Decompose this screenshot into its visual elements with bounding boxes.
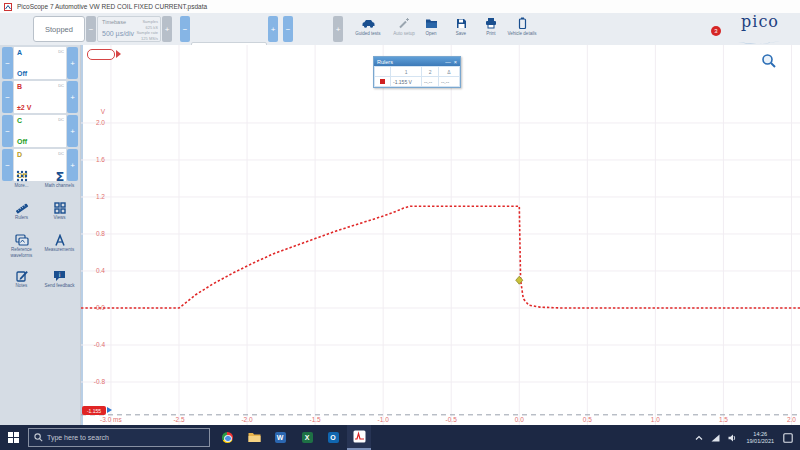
svg-text:-1.0: -1.0 bbox=[378, 416, 390, 423]
notes-icon bbox=[3, 269, 40, 283]
sample-rate-value: 125 MS/s bbox=[131, 36, 158, 42]
taskbar-excel-button[interactable]: X bbox=[296, 425, 318, 450]
open-button[interactable]: Open bbox=[418, 15, 444, 43]
reference-waveforms-icon bbox=[3, 233, 40, 247]
file-explorer-icon bbox=[248, 432, 261, 443]
printer-icon bbox=[485, 15, 497, 29]
channel-c-minus-button[interactable]: − bbox=[2, 115, 13, 147]
more-button[interactable]: More... bbox=[3, 169, 40, 189]
waveform-minus-button[interactable]: − bbox=[283, 16, 293, 42]
timebase-value: 500 µs/div bbox=[102, 30, 134, 37]
network-icon[interactable] bbox=[711, 434, 720, 442]
save-icon bbox=[456, 15, 467, 29]
excel-icon: X bbox=[302, 432, 313, 443]
save-button[interactable]: Save bbox=[448, 15, 474, 43]
print-button[interactable]: Print bbox=[478, 15, 504, 43]
svg-text:-0.5: -0.5 bbox=[446, 416, 458, 423]
channel-b-card[interactable]: − B ±2 V DC + bbox=[2, 81, 78, 113]
ruler-col-delta: Δ bbox=[439, 67, 460, 77]
system-tray: 14:26 19/01/2021 bbox=[691, 425, 800, 450]
timebase-plus-button[interactable]: + bbox=[162, 16, 172, 42]
clock-date: 19/01/2021 bbox=[746, 438, 774, 445]
ruler-icon bbox=[3, 201, 40, 215]
clock-time: 14:26 bbox=[746, 431, 774, 438]
notes-button[interactable]: Notes bbox=[3, 269, 40, 289]
car-icon bbox=[361, 15, 376, 29]
channel-a-plus-button[interactable]: + bbox=[67, 47, 78, 79]
channel-b-coupling: DC bbox=[58, 83, 64, 88]
action-center-button[interactable] bbox=[783, 433, 793, 443]
channel-b-minus-button[interactable]: − bbox=[2, 81, 13, 113]
notification-badge[interactable]: 3 bbox=[711, 26, 721, 36]
measurements-button[interactable]: Measurements bbox=[41, 233, 78, 253]
svg-text:V: V bbox=[101, 108, 106, 115]
waveform-chart[interactable]: -3.0 ms-2.5-2.0-1.5-1.0-0.50.00.51.01.52… bbox=[81, 45, 800, 425]
channel-b-status: ±2 V bbox=[17, 104, 31, 111]
ruler-drag-handle[interactable] bbox=[107, 407, 112, 413]
ruler-value-tag[interactable]: -1.155 bbox=[82, 406, 106, 415]
svg-text:0.0: 0.0 bbox=[515, 416, 524, 423]
rulers-popup-header[interactable]: Rulers — × bbox=[374, 57, 460, 66]
views-button[interactable]: Views bbox=[41, 201, 78, 221]
channel-b-axis-tag[interactable] bbox=[87, 49, 115, 60]
vehicle-details-icon bbox=[518, 15, 527, 29]
channel-d-coupling: DC bbox=[58, 151, 64, 156]
svg-text:0.4: 0.4 bbox=[96, 267, 105, 274]
svg-text:-1.5: -1.5 bbox=[310, 416, 322, 423]
timebase-minus-button[interactable]: − bbox=[86, 16, 96, 42]
channel-c-plus-button[interactable]: + bbox=[67, 115, 78, 147]
trigger-minus-button[interactable]: − bbox=[180, 16, 190, 42]
svg-text:1.2: 1.2 bbox=[96, 193, 105, 200]
svg-text:-3.0 ms: -3.0 ms bbox=[100, 416, 122, 423]
svg-text:1.5: 1.5 bbox=[719, 416, 728, 423]
trigger-plus-button[interactable]: + bbox=[268, 16, 278, 42]
volume-icon[interactable] bbox=[728, 434, 737, 442]
taskbar-explorer-button[interactable] bbox=[243, 425, 265, 450]
channel-c-card[interactable]: − C Off DC + bbox=[2, 115, 78, 147]
taskbar-picoscope-button[interactable] bbox=[347, 425, 371, 450]
channel-a-minus-button[interactable]: − bbox=[2, 47, 13, 79]
ruler-2-value: --.-- bbox=[422, 77, 439, 87]
svg-text:Σ: Σ bbox=[55, 170, 64, 183]
windows-taskbar: Type here to search W X O 14:26 19/01/20… bbox=[0, 425, 800, 450]
taskbar-clock[interactable]: 14:26 19/01/2021 bbox=[746, 431, 774, 445]
scope-view[interactable]: -3.0 ms-2.5-2.0-1.5-1.0-0.50.00.51.01.52… bbox=[80, 45, 800, 425]
auto-setup-button[interactable]: Auto setup bbox=[390, 15, 418, 43]
window-title: PicoScope 7 Automotive VW RED COIL FIXED… bbox=[17, 3, 207, 10]
views-icon bbox=[41, 201, 78, 215]
hidden-icons-chevron[interactable] bbox=[695, 435, 703, 441]
timebase-panel[interactable]: Timebase 500 µs/div Samples 625 kS Sampl… bbox=[97, 16, 161, 42]
chrome-icon bbox=[222, 432, 233, 443]
guided-tests-button[interactable]: Guided tests bbox=[350, 15, 386, 43]
math-channels-button[interactable]: Σ Math channels bbox=[41, 169, 78, 189]
taskbar-word-button[interactable]: W bbox=[269, 425, 291, 450]
windows-logo-icon bbox=[8, 432, 19, 443]
start-button[interactable] bbox=[0, 425, 26, 450]
taskbar-chrome-button[interactable] bbox=[216, 425, 238, 450]
rulers-popup[interactable]: Rulers — × 1 2 Δ -1.155 V --.-- --.-- bbox=[373, 56, 461, 88]
channel-b-letter: B bbox=[17, 83, 22, 90]
svg-text:1.0: 1.0 bbox=[651, 416, 660, 423]
channel-b-plus-button[interactable]: + bbox=[67, 81, 78, 113]
word-icon: W bbox=[275, 432, 286, 443]
taskbar-search[interactable]: Type here to search bbox=[28, 428, 210, 447]
reference-waveforms-button[interactable]: Reference waveforms bbox=[3, 233, 40, 258]
rulers-header-row: 1 2 Δ bbox=[375, 67, 460, 77]
timebase-label: Timebase bbox=[102, 19, 126, 25]
taskbar-outlook-button[interactable]: O bbox=[322, 425, 344, 450]
channel-b-color-swatch bbox=[380, 79, 385, 84]
title-bar: PicoScope 7 Automotive VW RED COIL FIXED… bbox=[0, 0, 800, 14]
rulers-button[interactable]: Rulers bbox=[3, 201, 40, 221]
stopped-button[interactable]: Stopped bbox=[33, 16, 85, 42]
waveform-plus-button[interactable]: + bbox=[333, 16, 343, 42]
channel-a-coupling: DC bbox=[58, 49, 64, 54]
close-icon[interactable]: × bbox=[454, 59, 457, 65]
search-placeholder: Type here to search bbox=[47, 434, 109, 441]
svg-text:-0.4: -0.4 bbox=[94, 341, 106, 348]
zoom-overview-button[interactable] bbox=[761, 53, 777, 69]
send-feedback-button[interactable]: i Send feedback bbox=[41, 269, 78, 289]
minimize-icon[interactable]: — bbox=[445, 59, 451, 65]
channel-a-card[interactable]: − A Off DC + bbox=[2, 47, 78, 79]
vehicle-details-button[interactable]: Vehicle details bbox=[502, 15, 542, 43]
svg-text:0.5: 0.5 bbox=[583, 416, 592, 423]
